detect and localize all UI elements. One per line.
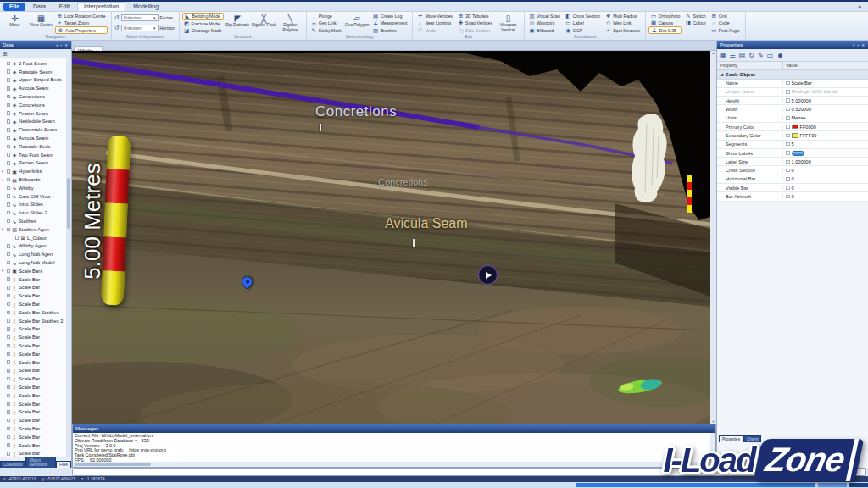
property-value[interactable]: Mesh gfx 1234 lnd.obj [783,89,868,94]
ribbon-button-spot-measure[interactable]: ⌖Spot Measure [604,27,642,34]
ribbon-button-fracture-mode[interactable]: ◩Fracture Mode [182,20,224,27]
panel-window-buttons[interactable]: ◂ ▪ ✕ [56,43,69,47]
property-row-horizontal-bar[interactable]: Horizontal Bar0 [717,175,868,184]
tree-item-scale-bar[interactable]: ▯Scale Bar [2,408,66,416]
tree-checkbox[interactable] [7,119,11,124]
expand-icon[interactable]: ▾ [2,178,5,182]
tree-item-pecten-seam[interactable]: ◈Pecten Seam [2,109,66,118]
ribbon-button-undo[interactable]: ↶Undo [415,27,454,34]
ribbon-button-cycle[interactable]: ○Cycle [709,19,742,26]
value-checkbox[interactable] [786,125,790,129]
tab-file[interactable]: File [3,3,25,11]
tree-item-scale-bar[interactable]: ▯Scale Bar [2,366,66,374]
play-button[interactable] [478,265,498,285]
property-row-show-labels[interactable]: Show Labels [717,149,868,158]
user-icon[interactable]: ☻ [776,52,783,59]
tree-checkbox[interactable] [7,443,11,447]
tree-checkbox[interactable] [7,261,11,265]
tree-checkbox[interactable] [7,394,11,398]
property-value[interactable]: 1.000000 [783,159,868,164]
toggle-on[interactable] [792,151,804,156]
tree-checkbox[interactable] [7,161,11,165]
ribbon-button-view-centre[interactable]: ▦View Centre [29,13,53,34]
value-checkbox[interactable] [786,195,790,199]
value-checkbox[interactable] [786,116,790,120]
annotation-label-concretions-near[interactable]: Concretions [378,177,428,187]
tree-item-2-foot-seam[interactable]: ◈2 Foot Seam [2,59,66,68]
annotation-label-avicula-seam[interactable]: Avicula Seam [385,216,468,231]
tree-checkbox[interactable] [7,86,11,91]
ribbon-button-sticky-mark[interactable]: ✎Sticky Mark [309,27,343,34]
tree-scrollbar-thumb[interactable] [67,178,70,229]
tree-item-scale-bar[interactable]: ▯Scale Bar [2,391,66,400]
tree-checkbox[interactable] [7,360,11,364]
property-value[interactable]: Metres [783,115,868,120]
property-group-header[interactable]: ⊿Scale Object [717,70,868,80]
value-checkbox[interactable] [786,142,790,147]
tree-checkbox[interactable] [7,302,11,307]
value-checkbox[interactable] [786,90,790,94]
tab-data[interactable]: Data [27,3,52,11]
tree-checkbox[interactable] [7,145,11,149]
value-checkbox[interactable] [786,151,790,155]
horizon-select[interactable]: Unknown▾ [121,25,159,31]
edit-icon[interactable]: ✎ [758,52,764,59]
ribbon-button-move-vertices[interactable]: ✛Move Vertices [415,13,454,19]
comment-icon[interactable]: ▭ [767,52,774,59]
tree-checkbox[interactable] [7,186,11,191]
ribbon-button-orthophoto[interactable]: ▭Orthophoto [648,13,682,19]
ribbon-button-label[interactable]: ▭Label [564,19,602,26]
ribbon-button-plunge[interactable]: ↓Plunge [309,13,343,19]
tree-item-intro-slides-2[interactable]: ∿Intro Slides 2 [2,208,66,217]
tree-item-two-foot-seam[interactable]: ◈Two Foot Seam [2,151,66,159]
ribbon-button-digitise-fault[interactable]: ╳Digitise Fault [252,13,276,34]
sidebar-tab-collections[interactable]: Collections [0,461,25,468]
tree-item-long-nab-agen[interactable]: ∿Long Nab Agen [2,250,66,258]
tree-item-pecten-seam[interactable]: ◈Pecten Seam [2,159,66,168]
property-value[interactable]: 5 [783,141,868,147]
tree-checkbox[interactable] [7,311,11,315]
tree-item-intro-slides[interactable]: ∿Intro Slides [2,201,66,209]
tree-item-upper-striped-beds[interactable]: ◈Upper Striped Beds [2,76,66,85]
ribbon-button-billboard[interactable]: ▣Billboard [527,27,562,34]
tree-checkbox[interactable] [7,194,11,198]
tree-item-scale-bars[interactable]: ▾▣Scale Bars [2,267,66,275]
list-icon[interactable]: ☰ [730,52,736,59]
property-row-bar-azimuth[interactable]: Bar Azimuth0 [717,192,868,201]
tree-checkbox[interactable] [7,410,11,414]
value-checkbox[interactable] [786,134,790,138]
tree-checkbox[interactable] [7,169,11,174]
property-row-cross-section[interactable]: Cross Section0 [717,166,868,175]
ribbon-button-move[interactable]: ✛Move [3,13,27,34]
tree-item-flowerdale-seam[interactable]: ◈Flowerdale Seam [2,125,66,134]
property-value[interactable]: 0 [783,186,868,191]
property-value[interactable]: 0.500000 [783,107,868,112]
property-row-primary-color[interactable]: Primary ColorFF0000 [717,123,868,131]
ribbon-button-3d-tabulate[interactable]: ⊞3D Tabulate [456,13,494,19]
tree-item-raisdale-seds[interactable]: ◈Raisdale Seds [2,142,66,151]
tree-checkbox[interactable] [7,78,11,82]
value-checkbox[interactable] [786,169,790,173]
ribbon-button-colour[interactable]: ◨Colour [683,19,707,26]
expand-icon[interactable]: ▾ [2,227,5,231]
tree-checkbox[interactable] [7,178,11,182]
property-value[interactable]: FF0000 [783,125,868,130]
tree-item-staithes[interactable]: ∿Staithes [2,217,66,225]
tree-checkbox[interactable] [15,236,19,240]
value-checkbox[interactable] [786,108,790,112]
ribbon-collapse-icon[interactable]: ▴ [858,3,861,9]
ribbon-button-waypoint[interactable]: ◎Waypoint [527,19,562,26]
tree-item-scale-bar[interactable]: ▯Scale Bar [2,333,66,341]
ribbon-button-target-zoom[interactable]: ⌖Target Zoom [55,19,108,26]
ribbon-button-virtual-scan[interactable]: ▥Virtual Scan [527,13,562,19]
ribbon-button-canvas[interactable]: ▦Canvas [648,19,682,26]
scroll-up-icon[interactable]: ▲ [712,51,715,55]
tree-item-scale-bar-staithes-2[interactable]: ▯Scale Bar Staithes 2 [2,317,66,325]
tree-item-scale-bar[interactable]: ▯Scale Bar [2,374,66,383]
ribbon-button-viewport-vertical[interactable]: ▯Viewport Vertical [496,13,520,34]
tree-checkbox[interactable] [7,419,11,423]
tree-checkbox[interactable] [7,95,11,99]
tree-checkbox[interactable] [7,202,11,207]
property-row-label-size[interactable]: Label Size1.000000 [717,158,868,166]
tree-checkbox[interactable] [7,111,11,115]
